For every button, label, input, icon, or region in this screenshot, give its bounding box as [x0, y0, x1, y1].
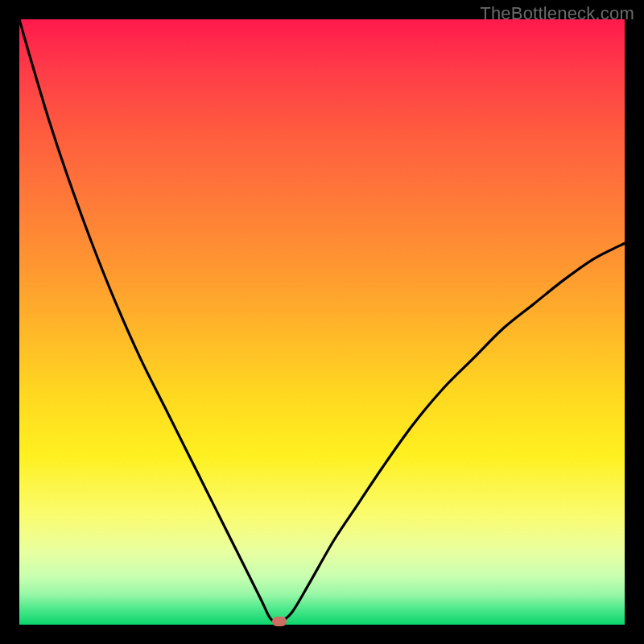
plot-area: [19, 19, 625, 625]
chart-frame: TheBottleneck.com: [0, 0, 644, 644]
bottleneck-curve: [19, 19, 625, 625]
optimum-marker: [272, 617, 287, 626]
